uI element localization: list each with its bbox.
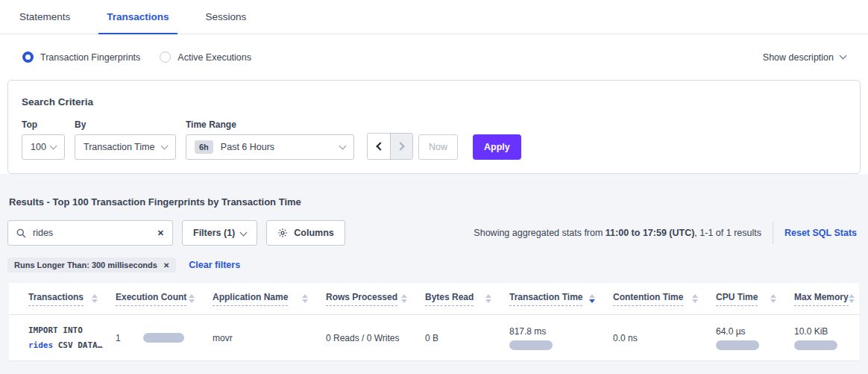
sort-control[interactable]	[401, 294, 407, 303]
execution-count-cell: 1	[116, 333, 213, 343]
time-range-select[interactable]: 6h Past 6 Hours	[186, 134, 354, 160]
column-header-contention-time: Contention Time	[613, 292, 716, 306]
vertical-divider	[773, 222, 773, 244]
column-header-execution-count: Execution Count	[116, 292, 213, 306]
search-criteria-form: Top 100 By Transaction Time Time Range 6…	[22, 119, 846, 160]
show-description-label: Show description	[763, 52, 834, 63]
by-select[interactable]: Transaction Time	[75, 134, 176, 160]
transactions-table: Transactions Execution Count Application…	[9, 283, 859, 361]
radio-active-executions[interactable]: Active Executions	[160, 52, 251, 63]
sort-control[interactable]	[692, 294, 698, 303]
max-memory-cell: 10.0 KiB	[794, 326, 859, 350]
execution-count-bar	[143, 333, 184, 343]
column-header-transactions: Transactions	[28, 292, 116, 306]
reset-sql-stats-link[interactable]: Reset SQL Stats	[784, 228, 857, 238]
table-name-link[interactable]: rides	[28, 340, 53, 350]
by-field: By Transaction Time	[75, 119, 176, 160]
by-select-value: Transaction Time	[84, 142, 154, 152]
chevron-right-icon	[396, 142, 404, 150]
search-icon	[16, 228, 26, 238]
columns-button[interactable]: Columns	[266, 220, 345, 246]
search-criteria-title: Search Criteria	[22, 96, 846, 107]
show-description-toggle[interactable]: Show description	[763, 52, 846, 63]
cpu-time-bar	[716, 340, 759, 350]
transaction-time-cell: 817.8 ms	[509, 326, 613, 350]
search-input[interactable]	[33, 228, 157, 238]
chevron-left-icon	[376, 142, 384, 150]
time-range-value: Past 6 Hours	[221, 142, 274, 152]
column-header-transaction-time: Transaction Time	[509, 292, 613, 306]
tab-transactions[interactable]: Transactions	[98, 0, 177, 34]
rows-processed-cell: 0 Reads / 0 Writes	[326, 333, 425, 343]
tab-bar: Statements Transactions Sessions	[0, 0, 868, 34]
clear-filters-link[interactable]: Clear filters	[189, 260, 240, 270]
transaction-fingerprint-link[interactable]: IMPORT INTO rides CSV DATA…	[28, 323, 116, 352]
apply-button[interactable]: Apply	[473, 134, 521, 160]
column-header-cpu-time: CPU Time	[716, 292, 794, 306]
sort-control[interactable]	[770, 294, 776, 303]
time-range-label: Time Range	[186, 119, 354, 130]
tab-statements[interactable]: Statements	[11, 0, 78, 34]
sort-control[interactable]	[189, 294, 195, 303]
column-header-rows-processed: Rows Processed	[326, 292, 425, 306]
radio-unselected-icon[interactable]	[160, 52, 171, 63]
application-name-cell: movr	[213, 333, 326, 343]
chevron-down-icon	[50, 142, 57, 149]
contention-time-cell: 0.0 ns	[613, 333, 716, 343]
max-memory-bar	[794, 340, 837, 350]
sort-control[interactable]	[485, 294, 491, 303]
results-heading: Results - Top 100 Transaction Fingerprin…	[9, 196, 859, 208]
remove-filter-icon[interactable]: ✕	[163, 261, 169, 269]
transaction-time-bar	[509, 340, 553, 350]
filters-button[interactable]: Filters (1)	[182, 220, 257, 246]
chevron-down-icon	[240, 228, 248, 236]
sort-control[interactable]	[849, 294, 855, 303]
radio-transaction-fingerprints[interactable]: Transaction Fingerprints	[22, 52, 140, 63]
now-button[interactable]: Now	[418, 134, 458, 160]
time-range-badge: 6h	[195, 140, 213, 154]
table-row: IMPORT INTO rides CSV DATA… 1 movr 0 Rea…	[9, 315, 859, 361]
filter-tag-label: Runs Longer Than: 300 milliseconds	[14, 261, 157, 269]
view-toggle-row: Transaction Fingerprints Active Executio…	[0, 34, 868, 80]
gear-icon	[277, 228, 288, 238]
previous-window-button[interactable]	[368, 134, 390, 159]
chevron-down-icon	[161, 142, 169, 149]
sort-control[interactable]	[92, 294, 98, 303]
radio-label: Active Executions	[177, 52, 251, 63]
active-filters-row: Runs Longer Than: 300 milliseconds ✕ Cle…	[7, 258, 859, 272]
top-field: Top 100	[22, 119, 65, 160]
column-header-application-name: Application Name	[213, 292, 326, 306]
column-header-bytes-read: Bytes Read	[425, 292, 509, 306]
time-window-arrows	[367, 133, 413, 160]
aggregated-stats-text: Showing aggregated stats from 11:00 to 1…	[474, 228, 761, 238]
table-header-row: Transactions Execution Count Application…	[9, 283, 859, 315]
next-window-button-disabled[interactable]	[390, 134, 412, 159]
bytes-read-cell: 0 B	[425, 333, 509, 343]
time-range-field: Time Range 6h Past 6 Hours	[186, 119, 354, 160]
search-criteria-card: Search Criteria Top 100 By Transaction T…	[7, 80, 861, 174]
sort-control[interactable]	[302, 294, 308, 303]
columns-button-label: Columns	[294, 228, 333, 238]
radio-label: Transaction Fingerprints	[40, 52, 140, 63]
results-controls-row: ✕ Filters (1) Columns Showing aggregated…	[7, 220, 859, 246]
results-section: Results - Top 100 Transaction Fingerprin…	[0, 196, 868, 361]
filters-button-label: Filters (1)	[193, 228, 235, 238]
sort-control-active-desc[interactable]	[589, 294, 595, 303]
stats-time-range: 11:00 to 17:59 (UTC)	[606, 228, 694, 238]
column-header-max-memory: Max Memory	[794, 292, 859, 306]
stats-area: Showing aggregated stats from 11:00 to 1…	[474, 222, 859, 244]
top-section: Statements Transactions Sessions Transac…	[0, 0, 868, 174]
filter-tag: Runs Longer Than: 300 milliseconds ✕	[7, 258, 176, 272]
by-label: By	[75, 119, 176, 130]
clear-search-icon[interactable]: ✕	[157, 228, 164, 238]
top-select-value: 100	[31, 142, 46, 152]
radio-selected-icon[interactable]	[22, 52, 34, 63]
search-box[interactable]: ✕	[7, 220, 173, 246]
chevron-down-icon	[339, 142, 347, 149]
cpu-time-cell: 64.0 µs	[716, 326, 794, 350]
tab-sessions[interactable]: Sessions	[198, 0, 255, 34]
chevron-down-icon	[840, 52, 847, 60]
top-select[interactable]: 100	[22, 134, 65, 160]
top-label: Top	[22, 119, 65, 130]
